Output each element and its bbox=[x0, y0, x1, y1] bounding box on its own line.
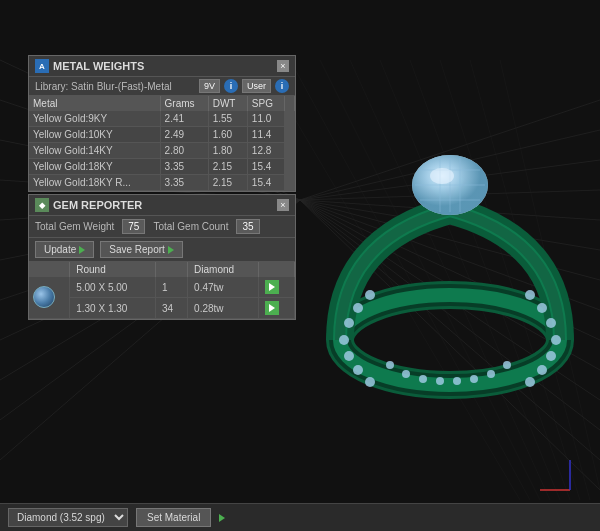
gem-count-cell: 34 bbox=[155, 298, 187, 319]
metal-name-cell: Yellow Gold:14KY bbox=[29, 143, 160, 159]
gem-count-cell: 1 bbox=[155, 277, 187, 298]
metal-panel-title: A METAL WEIGHTS bbox=[35, 59, 144, 73]
gem-action-cell[interactable] bbox=[258, 277, 294, 298]
svg-point-65 bbox=[537, 365, 547, 375]
metal-title-icon: A bbox=[35, 59, 49, 73]
gem-panel-close-button[interactable]: × bbox=[277, 199, 289, 211]
gem-table-row: 5.00 X 5.00 1 0.47tw bbox=[29, 277, 295, 298]
metal-dwt-cell: 1.55 bbox=[208, 111, 247, 127]
metal-name-cell: Yellow Gold:9KY bbox=[29, 111, 160, 127]
metal-table: Metal Grams DWT SPG Yellow Gold:9KY 2.41… bbox=[29, 96, 295, 191]
metal-dwt-cell: 2.15 bbox=[208, 159, 247, 175]
metal-grams-cell: 2.80 bbox=[160, 143, 208, 159]
info-button-2[interactable]: i bbox=[275, 79, 289, 93]
metal-dwt-cell: 2.15 bbox=[208, 175, 247, 191]
gem-icon bbox=[33, 286, 55, 308]
bottom-bar: Diamond (3.52 spg) Set Material bbox=[0, 503, 600, 531]
material-select[interactable]: Diamond (3.52 spg) bbox=[8, 508, 128, 527]
metal-library-bar: Library: Satin Blur-(Fast)-Metal 9V i Us… bbox=[29, 77, 295, 96]
gem-weight-cell: 0.47tw bbox=[188, 277, 259, 298]
gem-action-cell[interactable] bbox=[258, 298, 294, 319]
gem-reporter-panel: ◆ GEM REPORTER × Total Gem Weight 75 Tot… bbox=[28, 194, 296, 320]
col-grams: Grams bbox=[160, 96, 208, 111]
col-spg: SPG bbox=[247, 96, 284, 111]
gem-weight-cell: 0.28tw bbox=[188, 298, 259, 319]
info-button-1[interactable]: i bbox=[224, 79, 238, 93]
metal-spg-cell: 15.4 bbox=[247, 159, 284, 175]
col-dwt: DWT bbox=[208, 96, 247, 111]
gem-col-count bbox=[155, 262, 187, 277]
scroll-cell bbox=[285, 175, 295, 191]
gem-panel-titlebar: ◆ GEM REPORTER × bbox=[29, 195, 295, 216]
svg-point-54 bbox=[353, 303, 363, 313]
update-arrow-icon bbox=[79, 246, 85, 254]
metal-grams-cell: 2.41 bbox=[160, 111, 208, 127]
metal-spg-cell: 15.4 bbox=[247, 175, 284, 191]
metal-spg-cell: 11.4 bbox=[247, 127, 284, 143]
col-scroll bbox=[285, 96, 295, 111]
metal-table-row[interactable]: Yellow Gold:18KY R... 3.35 2.15 15.4 bbox=[29, 175, 295, 191]
save-report-arrow-icon bbox=[168, 246, 174, 254]
metal-grams-cell: 2.49 bbox=[160, 127, 208, 143]
gem-panel-title-text: GEM REPORTER bbox=[53, 199, 142, 211]
svg-point-72 bbox=[470, 375, 478, 383]
gem-row-arrow-button[interactable] bbox=[265, 280, 279, 294]
metal-panel-titlebar: A METAL WEIGHTS × bbox=[29, 56, 295, 77]
gem-col-round: Round bbox=[70, 262, 156, 277]
svg-point-61 bbox=[537, 303, 547, 313]
svg-point-74 bbox=[503, 361, 511, 369]
svg-point-63 bbox=[551, 335, 561, 345]
metal-table-row[interactable]: Yellow Gold:18KY 3.35 2.15 15.4 bbox=[29, 159, 295, 175]
metal-table-row[interactable]: Yellow Gold:10KY 2.49 1.60 11.4 bbox=[29, 127, 295, 143]
metal-name-cell: Yellow Gold:18KY R... bbox=[29, 175, 160, 191]
svg-point-68 bbox=[402, 370, 410, 378]
set-material-arrow-icon bbox=[219, 514, 225, 522]
svg-point-52 bbox=[430, 168, 454, 184]
gem-actions-bar: Update Save Report bbox=[29, 238, 295, 262]
metal-spg-cell: 11.0 bbox=[247, 111, 284, 127]
gem-size-cell: 5.00 X 5.00 bbox=[70, 277, 156, 298]
gem-stats-bar: Total Gem Weight 75 Total Gem Count 35 bbox=[29, 216, 295, 238]
save-report-button[interactable]: Save Report bbox=[100, 241, 183, 258]
gem-row-arrow-button[interactable] bbox=[265, 301, 279, 315]
svg-point-56 bbox=[339, 335, 349, 345]
scroll-cell bbox=[285, 127, 295, 143]
set-material-button[interactable]: Set Material bbox=[136, 508, 211, 527]
metal-panel-title-text: METAL WEIGHTS bbox=[53, 60, 144, 72]
metal-spg-cell: 12.8 bbox=[247, 143, 284, 159]
svg-point-71 bbox=[453, 377, 461, 385]
gem-icon-cell bbox=[29, 277, 70, 319]
svg-point-64 bbox=[546, 351, 556, 361]
metal-dwt-cell: 1.60 bbox=[208, 127, 247, 143]
library-label: Library: Satin Blur-(Fast)-Metal bbox=[35, 81, 172, 92]
metal-grams-cell: 3.35 bbox=[160, 159, 208, 175]
svg-point-73 bbox=[487, 370, 495, 378]
gem-size-cell: 1.30 X 1.30 bbox=[70, 298, 156, 319]
svg-point-55 bbox=[344, 318, 354, 328]
library-bar-right: 9V i User i bbox=[199, 79, 289, 93]
gem-col-diamond: Diamond bbox=[188, 262, 259, 277]
9v-button[interactable]: 9V bbox=[199, 79, 220, 93]
svg-point-67 bbox=[386, 361, 394, 369]
svg-point-59 bbox=[365, 377, 375, 387]
metal-panel-close-button[interactable]: × bbox=[277, 60, 289, 72]
svg-point-53 bbox=[365, 290, 375, 300]
scroll-cell bbox=[285, 159, 295, 175]
total-gem-count-label: Total Gem Count bbox=[153, 221, 228, 232]
gem-panel-title: ◆ GEM REPORTER bbox=[35, 198, 142, 212]
svg-point-62 bbox=[546, 318, 556, 328]
update-button[interactable]: Update bbox=[35, 241, 94, 258]
svg-point-70 bbox=[436, 377, 444, 385]
user-button[interactable]: User bbox=[242, 79, 271, 93]
metal-table-row[interactable]: Yellow Gold:14KY 2.80 1.80 12.8 bbox=[29, 143, 295, 159]
metal-table-row[interactable]: Yellow Gold:9KY 2.41 1.55 11.0 bbox=[29, 111, 295, 127]
gem-table: Round Diamond 5.00 X 5.00 1 0.47tw 1.30 … bbox=[29, 262, 295, 319]
update-label: Update bbox=[44, 244, 76, 255]
save-report-label: Save Report bbox=[109, 244, 165, 255]
metal-weights-panel: A METAL WEIGHTS × Library: Satin Blur-(F… bbox=[28, 55, 296, 192]
metal-dwt-cell: 1.80 bbox=[208, 143, 247, 159]
total-gem-weight-value: 75 bbox=[122, 219, 145, 234]
metal-grams-cell: 3.35 bbox=[160, 175, 208, 191]
gem-table-row: 1.30 X 1.30 34 0.28tw bbox=[29, 298, 295, 319]
scroll-cell bbox=[285, 143, 295, 159]
